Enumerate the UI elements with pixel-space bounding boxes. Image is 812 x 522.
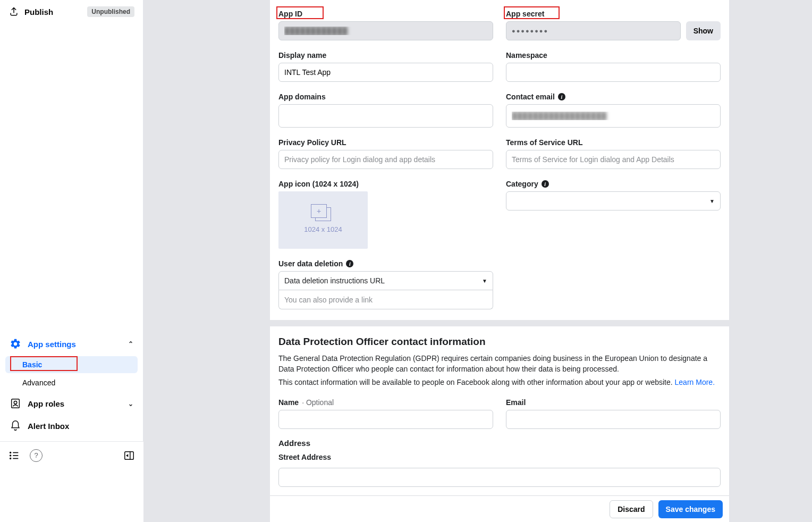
user-badge-icon <box>10 398 21 409</box>
category-label: Category i <box>506 180 721 188</box>
dpo-name-label: Name · Optional <box>278 398 493 407</box>
app-secret-label-text: App secret <box>506 10 544 18</box>
publish-button[interactable]: Publish <box>9 6 53 17</box>
svg-point-4 <box>10 458 11 459</box>
nav-settings-label: App settings <box>28 340 76 349</box>
dpo-email-field[interactable] <box>506 410 721 429</box>
contact-email-field[interactable] <box>506 104 721 128</box>
info-icon[interactable]: i <box>542 180 549 188</box>
udd-link-field[interactable] <box>278 290 493 309</box>
dpo-title: Data Protection Officer contact informat… <box>278 336 721 348</box>
app-id-label-text: App ID <box>278 10 302 18</box>
display-name-label: Display name <box>278 51 493 60</box>
category-select[interactable]: ▼ <box>506 191 721 211</box>
app-icon-dim-text: 1024 x 1024 <box>304 225 342 233</box>
display-name-field[interactable] <box>278 63 493 82</box>
bell-icon <box>10 420 21 432</box>
namespace-label: Namespace <box>506 51 721 60</box>
svg-rect-0 <box>12 399 20 408</box>
tos-url-field[interactable] <box>506 150 721 169</box>
collapse-panel-icon[interactable] <box>123 450 135 461</box>
dpo-desc-1: The General Data Protection Regulation (… <box>278 353 721 375</box>
dpo-name-field[interactable] <box>278 410 493 429</box>
gray-gutter <box>143 0 270 522</box>
dpo-email-label: Email <box>506 398 721 407</box>
dpo-desc-2-text: This contact information will be availab… <box>278 378 675 386</box>
nav-basic[interactable]: Basic <box>5 356 138 373</box>
namespace-field[interactable] <box>506 63 721 82</box>
app-icon-uploader[interactable]: + 1024 x 1024 <box>278 191 368 249</box>
save-button[interactable]: Save changes <box>658 500 723 518</box>
chevron-down-icon: ⌃ <box>128 400 133 407</box>
nav-alert-label: Alert Inbox <box>28 422 69 431</box>
info-icon[interactable]: i <box>346 260 353 267</box>
right-gutter <box>729 0 812 522</box>
street-label: Street Address <box>278 453 721 461</box>
caret-down-icon: ▼ <box>709 198 715 204</box>
show-secret-button[interactable]: Show <box>686 21 721 40</box>
svg-point-3 <box>10 455 11 456</box>
contact-email-label: Contact email i <box>506 92 721 101</box>
learn-more-link[interactable]: Learn More. <box>675 378 715 386</box>
status-badge: Unpublished <box>87 6 134 17</box>
svg-point-1 <box>14 401 17 404</box>
contact-email-label-text: Contact email <box>506 92 555 101</box>
app-secret-field[interactable] <box>506 21 681 40</box>
gear-icon <box>10 338 21 350</box>
nav-roles-label: App roles <box>28 399 64 408</box>
nav-advanced[interactable]: Advanced <box>5 374 138 391</box>
privacy-url-field[interactable] <box>278 150 493 169</box>
category-label-text: Category <box>506 180 538 188</box>
left-sidebar: Publish Unpublished App settings ⌃ Basic… <box>0 0 143 441</box>
app-domains-field[interactable] <box>278 104 493 128</box>
tos-label: Terms of Service URL <box>506 138 721 147</box>
privacy-label: Privacy Policy URL <box>278 138 493 147</box>
udd-select-value: Data deletion instructions URL <box>284 276 385 285</box>
dpo-desc-2: This contact information will be availab… <box>278 377 721 388</box>
action-bar: Discard Save changes <box>270 495 729 522</box>
optional-text: · Optional <box>302 398 334 407</box>
svg-point-2 <box>10 452 11 453</box>
nav-app-settings[interactable]: App settings ⌃ <box>5 333 138 355</box>
caret-down-icon: ▼ <box>482 278 487 284</box>
chevron-up-icon: ⌃ <box>128 340 133 348</box>
nav-app-roles[interactable]: App roles ⌃ <box>5 392 138 415</box>
address-heading: Address <box>278 439 721 448</box>
list-icon[interactable] <box>9 450 20 461</box>
udd-label: User data deletion i <box>278 259 493 268</box>
dpo-name-label-text: Name <box>278 398 299 407</box>
image-placeholder-icon: + <box>315 207 331 221</box>
discard-button[interactable]: Discard <box>610 500 653 518</box>
nav-alert-inbox[interactable]: Alert Inbox <box>5 415 138 437</box>
street-field[interactable] <box>278 468 721 487</box>
section-divider <box>270 320 729 326</box>
sidebar-footer: ? <box>0 441 143 469</box>
help-icon[interactable]: ? <box>30 449 43 462</box>
app-id-label: App ID <box>278 10 493 18</box>
udd-type-select[interactable]: Data deletion instructions URL ▼ <box>278 271 493 290</box>
app-icon-label: App icon (1024 x 1024) <box>278 180 493 188</box>
publish-label: Publish <box>24 7 53 16</box>
udd-label-text: User data deletion <box>278 259 343 268</box>
publish-icon <box>9 6 19 17</box>
info-icon[interactable]: i <box>558 93 565 100</box>
app-domains-label: App domains <box>278 92 493 101</box>
main-content: App ID App secret Show Display name <box>270 0 729 522</box>
app-secret-label: App secret <box>506 10 721 18</box>
app-id-field[interactable] <box>278 21 493 40</box>
